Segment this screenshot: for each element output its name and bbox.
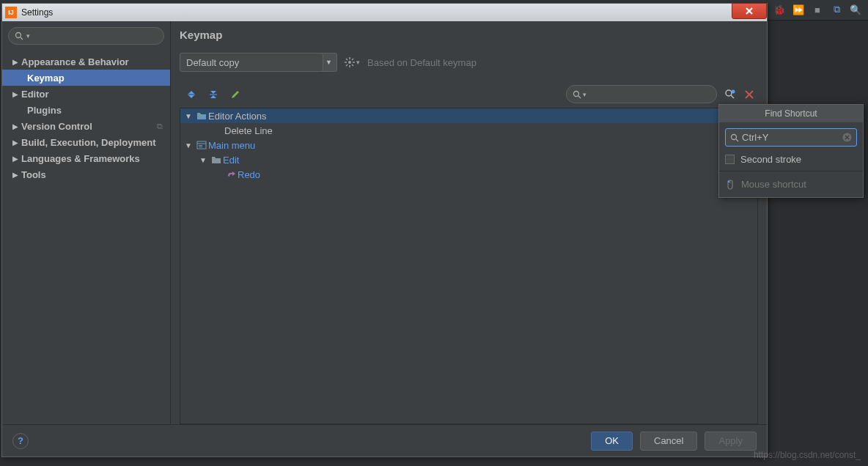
sidebar-item-languages-frameworks[interactable]: ▶ Languages & Frameworks xyxy=(2,150,170,166)
search-icon xyxy=(730,133,739,142)
svg-point-15 xyxy=(726,90,732,96)
help-button[interactable]: ? xyxy=(12,433,29,449)
checkbox-icon xyxy=(725,155,735,164)
folder-icon xyxy=(210,155,223,164)
search-icon xyxy=(15,32,23,40)
sidebar-item-version-control[interactable]: ▶ Version Control ⧉ xyxy=(2,118,170,134)
gear-icon xyxy=(345,57,355,67)
window-close-button[interactable] xyxy=(732,3,767,19)
svg-line-7 xyxy=(346,59,347,60)
close-icon xyxy=(743,7,755,15)
find-shortcut-input[interactable]: Ctrl+Y xyxy=(725,128,857,147)
sidebar-tree: ▶ Appearance & Behavior Keymap ▶ Editor … xyxy=(2,51,170,424)
svg-line-14 xyxy=(578,96,581,98)
tree-action-redo[interactable]: Redo xyxy=(180,167,757,182)
find-shortcut-title: Find Shortcut xyxy=(719,105,863,122)
find-shortcut-value: Ctrl+Y xyxy=(742,132,842,143)
apply-button[interactable]: Apply xyxy=(705,432,757,451)
keymap-scheme-dropdown-button[interactable]: ▼ xyxy=(321,53,337,72)
svg-line-8 xyxy=(352,64,353,66)
clear-icon xyxy=(842,133,852,142)
folder-icon xyxy=(195,111,208,120)
tree-group-label: Edit xyxy=(223,155,239,166)
second-stroke-checkbox[interactable]: Second stroke xyxy=(725,154,857,165)
actions-toolbar: ▾ xyxy=(180,85,758,103)
collapse-all-button[interactable] xyxy=(207,89,219,100)
second-stroke-label: Second stroke xyxy=(740,154,801,165)
svg-point-2 xyxy=(348,61,351,64)
keymap-scheme-value: Default copy xyxy=(186,57,239,68)
ok-button[interactable]: OK xyxy=(591,432,633,451)
expand-all-icon xyxy=(186,89,196,100)
menu-icon xyxy=(195,141,208,149)
svg-point-17 xyxy=(732,89,735,93)
svg-point-26 xyxy=(728,180,729,182)
collapse-all-icon xyxy=(208,89,218,100)
tree-action-label: Delete Line xyxy=(224,125,273,136)
project-scope-icon: ⧉ xyxy=(157,122,163,131)
stop-icon[interactable]: ■ xyxy=(811,3,824,16)
sidebar-item-appearance-behavior[interactable]: ▶ Appearance & Behavior xyxy=(2,53,170,70)
expander-icon: ▶ xyxy=(12,122,21,130)
tree-group-editor-actions[interactable]: ▼ Editor Actions xyxy=(180,108,757,123)
clear-input-button[interactable] xyxy=(842,133,852,142)
edit-shortcut-button[interactable] xyxy=(229,89,241,100)
sidebar-item-editor[interactable]: ▶ Editor xyxy=(2,86,170,102)
svg-line-10 xyxy=(346,64,347,66)
close-icon xyxy=(744,89,754,100)
search-icon xyxy=(573,90,581,99)
help-icon: ? xyxy=(18,435,23,446)
find-by-shortcut-button[interactable] xyxy=(724,89,736,100)
dialog-body: ▾ ▶ Appearance & Behavior Keymap ▶ Edito… xyxy=(2,21,767,424)
clear-search-button[interactable] xyxy=(743,89,755,100)
sidebar-item-plugins[interactable]: Plugins xyxy=(2,102,170,118)
expander-down-icon: ▼ xyxy=(199,156,210,164)
search-icon[interactable]: 🔍 xyxy=(849,3,862,16)
expander-icon: ▶ xyxy=(12,171,21,179)
expander-icon: ▶ xyxy=(12,155,21,163)
settings-sidebar: ▾ ▶ Appearance & Behavior Keymap ▶ Edito… xyxy=(2,21,171,424)
svg-line-23 xyxy=(736,139,738,141)
tree-group-edit[interactable]: ▼ Edit xyxy=(180,152,757,167)
expander-icon: ▶ xyxy=(12,138,21,147)
title-bar: IJ Settings xyxy=(2,4,767,21)
keymap-scheme-combo[interactable]: Default copy xyxy=(180,53,323,72)
tree-action-label: Redo xyxy=(238,169,260,180)
project-structure-icon[interactable]: ⧉ xyxy=(830,3,843,16)
tree-action-delete-line[interactable]: Delete Line xyxy=(180,123,757,138)
app-icon: IJ xyxy=(5,7,17,18)
sidebar-item-keymap[interactable]: Keymap xyxy=(2,70,170,86)
find-shortcut-icon xyxy=(724,89,736,100)
svg-point-22 xyxy=(732,134,737,139)
cancel-button[interactable]: Cancel xyxy=(640,432,697,451)
keymap-scheme-row: Default copy ▼ ▾ Based on Default keymap xyxy=(180,53,758,72)
run-fast-icon[interactable]: ⏩ xyxy=(792,3,805,16)
actions-tree-panel: ▼ Editor Actions Delete Line ▼ xyxy=(180,108,758,424)
tree-group-main-menu[interactable]: ▼ Main menu xyxy=(180,138,757,152)
chevron-down-icon: ▾ xyxy=(356,59,360,66)
mouse-shortcut-label: Mouse shortcut xyxy=(741,179,806,190)
expander-down-icon: ▼ xyxy=(185,112,195,120)
sidebar-search-input[interactable]: ▾ xyxy=(8,27,164,45)
page-title: Keymap xyxy=(180,29,758,41)
settings-dialog: IJ Settings ▾ ▶ Appearance & Behavior xyxy=(1,3,768,457)
expander-icon: ▶ xyxy=(12,58,21,66)
mouse-shortcut-button[interactable]: Mouse shortcut xyxy=(719,171,863,197)
keymap-gear-button[interactable]: ▾ xyxy=(345,57,360,67)
expander-down-icon: ▼ xyxy=(185,141,195,149)
svg-line-16 xyxy=(731,95,734,98)
chevron-down-icon: ▾ xyxy=(583,91,586,98)
window-title: Settings xyxy=(21,7,53,18)
mouse-icon xyxy=(725,180,735,190)
tree-group-label: Editor Actions xyxy=(208,111,267,122)
svg-point-0 xyxy=(16,33,21,38)
sidebar-item-tools[interactable]: ▶ Tools xyxy=(2,166,170,182)
ide-toolbar-icons: ▶ 🐞 ⏩ ■ ⧉ 🔍 xyxy=(754,3,862,16)
based-on-label: Based on Default keymap xyxy=(367,57,477,68)
expand-all-button[interactable] xyxy=(185,89,197,100)
sidebar-item-build-execution-deployment[interactable]: ▶ Build, Execution, Deployment xyxy=(2,134,170,150)
settings-main-panel: Keymap Default copy ▼ ▾ Based on Default… xyxy=(171,21,767,424)
actions-search-input[interactable]: ▾ xyxy=(566,85,717,103)
svg-point-13 xyxy=(574,91,579,96)
bug-icon[interactable]: 🐞 xyxy=(773,3,786,16)
